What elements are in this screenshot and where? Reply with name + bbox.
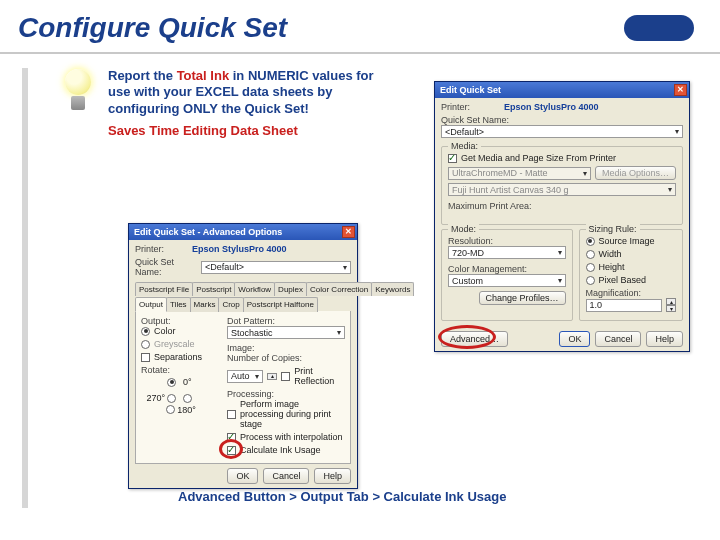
color-mgmt-label: Color Management: xyxy=(448,264,566,274)
dot-pattern-label: Dot Pattern: xyxy=(227,316,345,326)
radio-greyscale[interactable] xyxy=(141,340,150,349)
qsname-label: Quick Set Name: xyxy=(441,115,683,125)
ok-button[interactable]: OK xyxy=(559,331,590,347)
radio-rot-90[interactable] xyxy=(183,394,192,403)
check-separations[interactable] xyxy=(141,353,150,362)
media-group-label: Media: xyxy=(448,141,481,151)
resolution-label: Resolution: xyxy=(448,236,566,246)
rotate-label: Rotate: xyxy=(141,365,221,375)
dialog-title: Edit Quick Set xyxy=(440,85,501,95)
rot-180-label: 180° xyxy=(177,405,196,415)
title-accent xyxy=(624,15,694,41)
tab-color-correction[interactable]: Color Correction xyxy=(306,282,372,296)
processing-label: Processing: xyxy=(227,389,345,399)
copies-input[interactable]: Auto xyxy=(227,370,263,383)
source-image-label: Source Image xyxy=(599,236,655,246)
check-print-reflection[interactable] xyxy=(281,372,290,381)
radio-rot-180[interactable] xyxy=(166,405,175,414)
interpolation-label: Process with interpolation xyxy=(240,432,343,442)
radio-height[interactable] xyxy=(586,263,595,272)
close-icon[interactable]: ✕ xyxy=(342,226,355,238)
tab-crop[interactable]: Crop xyxy=(218,297,243,312)
close-icon[interactable]: ✕ xyxy=(674,84,687,96)
radio-rot-270[interactable] xyxy=(167,394,176,403)
ok-button[interactable]: OK xyxy=(227,468,258,484)
dialog-title: Edit Quick Set - Advanced Options xyxy=(134,227,282,237)
tab-workflow[interactable]: Workflow xyxy=(234,282,275,296)
magnification-input[interactable]: 1.0 xyxy=(586,299,662,312)
intro-text: Report the Total Ink in NUMERIC values f… xyxy=(108,68,388,117)
check-get-media[interactable] xyxy=(448,154,457,163)
width-label: Width xyxy=(599,249,622,259)
help-button[interactable]: Help xyxy=(646,331,683,347)
radio-color[interactable] xyxy=(141,327,150,336)
mode-group-label: Mode: xyxy=(448,224,479,234)
tab-duplex[interactable]: Duplex xyxy=(274,282,307,296)
copies-label: Number of Copies: xyxy=(227,353,302,363)
radio-pixel[interactable] xyxy=(586,276,595,285)
magnification-label: Magnification: xyxy=(586,288,676,298)
qsname-label: Quick Set Name: xyxy=(135,257,197,277)
sizing-group-label: Sizing Rule: xyxy=(586,224,640,234)
tab-ps-halftone[interactable]: Postscript Halftone xyxy=(243,297,318,312)
resolution-select[interactable]: 720-MD xyxy=(448,246,566,259)
page-title: Configure Quick Set xyxy=(18,12,287,44)
color-mgmt-select[interactable]: Custom xyxy=(448,274,566,287)
rot-0-label: 0° xyxy=(183,377,197,387)
cancel-button[interactable]: Cancel xyxy=(595,331,641,347)
printer-value: Epson StylusPro 4000 xyxy=(504,102,599,112)
radio-color-label: Color xyxy=(154,326,176,336)
qsname-input[interactable]: <Default> xyxy=(201,261,351,274)
copies-spinner[interactable]: ▴ xyxy=(267,373,277,380)
divider xyxy=(0,52,720,54)
check-perform[interactable] xyxy=(227,410,236,419)
radio-width[interactable] xyxy=(586,250,595,259)
qsname-input[interactable]: <Default> xyxy=(441,125,683,138)
tab-keywords[interactable]: Keywords xyxy=(371,282,414,296)
check-interpolation[interactable] xyxy=(227,433,236,442)
printer-label: Printer: xyxy=(135,244,164,254)
tab-tiles[interactable]: Tiles xyxy=(166,297,191,312)
radio-greyscale-label: Greyscale xyxy=(154,339,195,349)
magnification-spinner[interactable]: ▴▾ xyxy=(666,298,676,312)
cancel-button[interactable]: Cancel xyxy=(263,468,309,484)
paper-select: Fuji Hunt Artist Canvas 340 g xyxy=(448,183,676,196)
get-media-label: Get Media and Page Size From Printer xyxy=(461,153,616,163)
tab-postscript[interactable]: Postscript xyxy=(192,282,235,296)
dot-pattern-select[interactable]: Stochastic xyxy=(227,326,345,339)
check-calc-ink[interactable] xyxy=(227,446,236,455)
printer-value: Epson StylusPro 4000 xyxy=(192,244,287,254)
separations-label: Separations xyxy=(154,352,202,362)
output-group-label: Output: xyxy=(141,316,221,326)
printer-label: Printer: xyxy=(441,102,470,112)
edit-quick-set-advanced-dialog: Edit Quick Set - Advanced Options ✕ Prin… xyxy=(128,223,358,489)
media-select: UltraChromeMD - Matte xyxy=(448,167,591,180)
edit-quick-set-dialog: Edit Quick Set ✕ Printer: Epson StylusPr… xyxy=(434,81,690,352)
height-label: Height xyxy=(599,262,625,272)
help-button[interactable]: Help xyxy=(314,468,351,484)
breadcrumb-path: Advanced Button > Output Tab > Calculate… xyxy=(178,489,506,504)
change-profiles-button[interactable]: Change Profiles… xyxy=(479,291,566,305)
advanced-button[interactable]: Advanced… xyxy=(441,331,508,347)
radio-rot-0[interactable] xyxy=(167,378,176,387)
tab-marks[interactable]: Marks xyxy=(190,297,220,312)
pixel-label: Pixel Based xyxy=(599,275,647,285)
max-print-label: Maximum Print Area: xyxy=(448,201,676,211)
calc-ink-label: Calculate Ink Usage xyxy=(240,445,321,455)
media-options-button: Media Options… xyxy=(595,166,676,180)
print-reflection-label: Print Reflection xyxy=(294,366,345,386)
tab-postscript-file[interactable]: Postscript File xyxy=(135,282,193,296)
perform-label: Perform image processing during print st… xyxy=(240,399,345,429)
lightbulb-icon xyxy=(61,68,95,116)
radio-source-image[interactable] xyxy=(586,237,595,246)
image-label: Image: xyxy=(227,343,345,353)
rot-270-label: 270° xyxy=(141,393,165,403)
tab-output[interactable]: Output xyxy=(135,297,167,312)
